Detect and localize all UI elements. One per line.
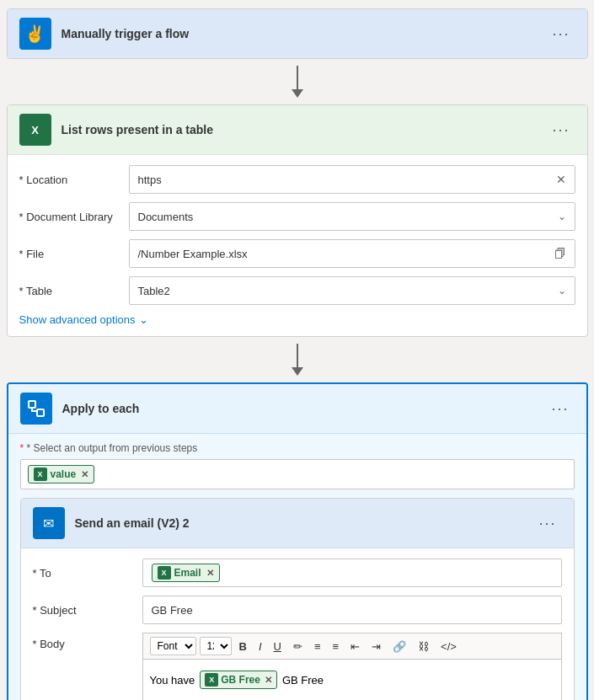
loop-icon: [27, 399, 45, 418]
send-email-card: ✉ Send an email (V2) 2 ··· * To X Email …: [20, 498, 575, 700]
to-label: * To: [33, 567, 134, 580]
to-input[interactable]: X Email ✕: [142, 558, 562, 587]
list-rows-body: * Location https ✕ * Document Library Do…: [8, 155, 587, 336]
subject-row: * Subject GB Free: [33, 596, 562, 624]
italic-button[interactable]: I: [254, 639, 266, 655]
svg-rect-1: [37, 409, 44, 416]
indent2-button[interactable]: ⇥: [367, 639, 385, 655]
list2-button[interactable]: ≡: [329, 639, 344, 655]
table-row: * Table Table2 ⌄: [19, 276, 575, 305]
location-clear-button[interactable]: ✕: [556, 173, 566, 186]
value-token-close[interactable]: ✕: [81, 469, 88, 480]
trigger-more-button[interactable]: ···: [547, 22, 575, 46]
apply-each-icon: [20, 393, 52, 425]
arrow-2: [292, 337, 303, 382]
send-email-more-button[interactable]: ···: [533, 511, 561, 536]
file-row: * File /Number Example.xlsx 🗍: [19, 239, 575, 268]
excel-icon: X: [31, 124, 39, 136]
apply-each-body: * * Select an output from previous steps…: [8, 434, 586, 700]
arrow-1: [292, 59, 303, 104]
flow-container: ✌ Manually trigger a flow ··· X List row…: [8, 8, 586, 700]
gb-free-token-close[interactable]: ✕: [265, 675, 272, 686]
pen-button[interactable]: ✏: [289, 639, 307, 655]
link-button[interactable]: 🔗: [388, 639, 410, 655]
email-token-label: Email: [174, 567, 201, 579]
table-input[interactable]: Table2 ⌄: [129, 276, 575, 305]
size-select[interactable]: 12: [200, 637, 232, 655]
file-value: /Number Example.xlsx: [138, 248, 248, 260]
advanced-chevron-icon: ⌄: [139, 313, 148, 326]
body-toolbar: Font 12 B I U ✏ ≡ ≡: [142, 633, 562, 659]
document-library-input[interactable]: Documents ⌄: [129, 202, 575, 231]
file-input[interactable]: /Number Example.xlsx 🗍: [129, 239, 575, 268]
list-rows-more-button[interactable]: ···: [547, 118, 575, 142]
trigger-title: Manually trigger a flow: [62, 27, 538, 40]
body-row: * Body Font 12 B I: [33, 633, 562, 700]
body-editor-container: Font 12 B I U ✏ ≡ ≡: [142, 633, 562, 700]
gb-free-token-icon: X: [205, 673, 218, 687]
table-label: * Table: [19, 285, 120, 297]
location-input[interactable]: https ✕: [129, 165, 575, 194]
location-label: * Location: [19, 174, 120, 186]
value-token: X value ✕: [28, 465, 95, 484]
bold-button[interactable]: B: [235, 639, 251, 655]
file-label: * File: [19, 248, 120, 260]
send-email-title: Send an email (V2) 2: [75, 516, 524, 530]
trigger-header: ✌ Manually trigger a flow ···: [8, 9, 587, 58]
trigger-card: ✌ Manually trigger a flow ···: [7, 8, 588, 59]
arrow-head-2: [292, 367, 303, 376]
subject-input[interactable]: GB Free: [142, 596, 562, 624]
list1-button[interactable]: ≡: [310, 639, 325, 655]
document-library-label: * Document Library: [19, 211, 120, 223]
location-value: https: [138, 174, 162, 186]
trigger-icon: ✌: [19, 18, 51, 50]
body-editor[interactable]: You have X GB Free ✕ GB Free: [142, 659, 562, 700]
underline-button[interactable]: U: [270, 639, 286, 655]
subject-value: GB Free: [152, 604, 193, 617]
table-value: Table2: [138, 285, 170, 297]
unlink-button[interactable]: ⛓: [414, 639, 433, 655]
list-rows-header: X List rows present in a table ···: [8, 105, 587, 155]
output-field[interactable]: X value ✕: [20, 459, 575, 489]
email-token-close[interactable]: ✕: [206, 568, 214, 579]
indent1-button[interactable]: ⇤: [346, 639, 364, 655]
arrow-line-1: [297, 66, 298, 89]
to-row: * To X Email ✕: [33, 558, 562, 587]
apply-each-more-button[interactable]: ···: [546, 397, 574, 421]
subject-label: * Subject: [33, 604, 134, 617]
send-email-icon: ✉: [33, 507, 65, 539]
arrow-head-1: [292, 89, 303, 98]
code-button[interactable]: </>: [436, 639, 461, 655]
email-token: X Email ✕: [152, 564, 220, 582]
advanced-options-link[interactable]: Show advanced options ⌄: [19, 313, 575, 326]
document-library-value: Documents: [138, 211, 194, 223]
send-email-body: * To X Email ✕ * Subject: [21, 548, 574, 700]
svg-rect-0: [29, 401, 35, 408]
font-select[interactable]: Font: [150, 637, 196, 655]
body-text-after: GB Free: [282, 674, 324, 687]
list-rows-icon: X: [19, 114, 51, 146]
list-rows-title: List rows present in a table: [62, 123, 538, 136]
file-browse-icon[interactable]: 🗍: [554, 247, 566, 260]
apply-each-card: Apply to each ··· * * Select an output f…: [7, 382, 588, 700]
body-text-before: You have: [150, 674, 195, 687]
advanced-options-label: Show advanced options: [19, 313, 136, 326]
body-label: * Body: [33, 633, 134, 650]
send-email-header: ✉ Send an email (V2) 2 ···: [21, 499, 574, 548]
value-token-excel-icon: X: [34, 468, 47, 481]
list-rows-card: X List rows present in a table ··· * Loc…: [7, 104, 588, 337]
email-token-excel-icon: X: [158, 566, 171, 580]
arrow-line-2: [297, 344, 298, 367]
table-dropdown-icon[interactable]: ⌄: [558, 285, 566, 297]
document-library-row: * Document Library Documents ⌄: [19, 202, 575, 231]
apply-each-header: Apply to each ···: [8, 384, 586, 434]
select-output-label: * * Select an output from previous steps: [20, 442, 575, 454]
gb-free-token-label: GB Free: [221, 674, 260, 686]
apply-each-title: Apply to each: [62, 402, 537, 415]
location-row: * Location https ✕: [19, 165, 575, 194]
gb-free-token: X GB Free ✕: [200, 671, 277, 689]
document-library-dropdown-icon[interactable]: ⌄: [558, 211, 566, 222]
value-token-label: value: [51, 468, 77, 480]
